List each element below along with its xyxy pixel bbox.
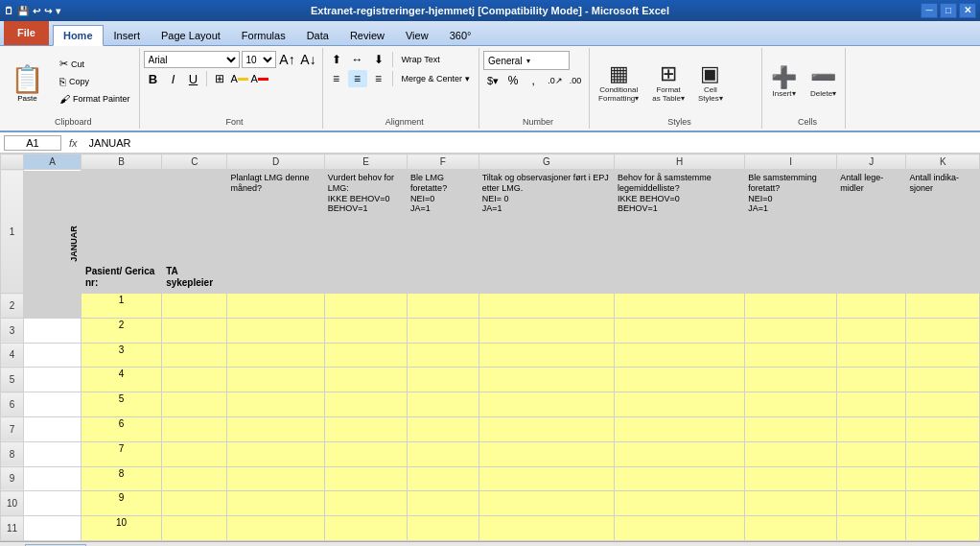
- cell-d8[interactable]: [227, 441, 324, 466]
- tab-review[interactable]: Review: [339, 24, 395, 45]
- cell-f7[interactable]: [408, 416, 479, 441]
- cut-button[interactable]: ✂ Cut: [55, 56, 135, 72]
- delete-cells-button[interactable]: ➖ Delete▾: [805, 54, 841, 111]
- cell-b9[interactable]: 8: [82, 466, 162, 491]
- col-header-i[interactable]: I: [745, 154, 837, 170]
- save-quick-icon[interactable]: 💾: [17, 6, 29, 16]
- cell-a6[interactable]: [24, 392, 82, 417]
- tab-insert[interactable]: Insert: [104, 24, 152, 45]
- cell-k4[interactable]: [906, 343, 980, 368]
- cell-i3[interactable]: [745, 318, 837, 343]
- col-header-h[interactable]: H: [615, 154, 745, 170]
- cell-c9[interactable]: [162, 466, 227, 491]
- cell-h6[interactable]: [615, 392, 745, 417]
- italic-button[interactable]: I: [164, 70, 183, 87]
- cell-g4[interactable]: [478, 343, 614, 368]
- col-header-e[interactable]: E: [324, 154, 407, 170]
- cell-g10[interactable]: [478, 491, 614, 516]
- cell-g6[interactable]: [478, 392, 614, 417]
- cell-c2[interactable]: [162, 294, 227, 319]
- cell-h11[interactable]: [615, 516, 745, 541]
- cell-h1[interactable]: Behov for å samstemme legemiddelliste?IK…: [615, 170, 745, 294]
- cell-c6[interactable]: [162, 392, 227, 417]
- increase-decimal-button[interactable]: .00: [566, 72, 585, 89]
- align-right-button[interactable]: ≡: [369, 70, 388, 87]
- cell-h9[interactable]: [615, 466, 745, 491]
- col-header-d[interactable]: D: [227, 154, 324, 170]
- decrease-decimal-button[interactable]: .0↗: [546, 72, 565, 89]
- copy-button[interactable]: ⎘ Copy: [55, 74, 135, 89]
- cell-b1[interactable]: Pasient/ Gerica nr:: [82, 170, 162, 294]
- cell-j10[interactable]: [837, 491, 906, 516]
- cell-h10[interactable]: [615, 491, 745, 516]
- cell-g1[interactable]: Tiltak og observasjoner ført i EPJ etter…: [478, 170, 614, 294]
- cell-k10[interactable]: [906, 491, 980, 516]
- cell-f3[interactable]: [408, 318, 479, 343]
- cell-h7[interactable]: [615, 416, 745, 441]
- cell-h3[interactable]: [615, 318, 745, 343]
- cell-i5[interactable]: [745, 368, 837, 392]
- cell-d1[interactable]: Planlagt LMG denne måned?: [227, 170, 324, 294]
- cell-f10[interactable]: [408, 491, 479, 516]
- dropdown-quick-icon[interactable]: ▾: [56, 6, 60, 16]
- cell-e10[interactable]: [324, 491, 407, 516]
- cell-a8[interactable]: [24, 441, 82, 466]
- cell-f5[interactable]: [408, 368, 479, 392]
- percent-button[interactable]: %: [503, 72, 523, 89]
- window-controls[interactable]: ─ □ ✕: [921, 3, 976, 18]
- maximize-button[interactable]: □: [940, 3, 957, 18]
- cell-a3[interactable]: [24, 318, 82, 343]
- cell-f6[interactable]: [408, 392, 479, 417]
- cell-e9[interactable]: [324, 466, 407, 491]
- undo-quick-icon[interactable]: ↩: [33, 6, 40, 16]
- cell-c10[interactable]: [162, 491, 227, 516]
- close-button[interactable]: ✕: [959, 3, 976, 18]
- spreadsheet-container[interactable]: A B C D E F G H I J K 1 JANUAR Pasient/ …: [0, 154, 980, 541]
- cell-c7[interactable]: [162, 416, 227, 441]
- cell-d5[interactable]: [227, 368, 324, 392]
- cell-f1[interactable]: Ble LMG foretatte?NEI=0JA=1: [408, 170, 479, 294]
- currency-button[interactable]: $▾: [483, 72, 502, 89]
- cell-f4[interactable]: [408, 343, 479, 368]
- cell-c3[interactable]: [162, 318, 227, 343]
- cell-a4[interactable]: [24, 343, 82, 368]
- cell-i1[interactable]: Ble samstemming foretatt?NEI=0JA=1: [745, 170, 837, 294]
- paste-button[interactable]: 📋 Paste: [4, 61, 51, 107]
- format-as-table-button[interactable]: ⊞ Formatas Table▾: [647, 54, 689, 111]
- cell-d6[interactable]: [227, 392, 324, 417]
- font-family-select[interactable]: Arial: [144, 51, 240, 68]
- cell-d9[interactable]: [227, 466, 324, 491]
- cell-e5[interactable]: [324, 368, 407, 392]
- cell-d10[interactable]: [227, 491, 324, 516]
- align-bottom-button[interactable]: ⬇: [369, 51, 388, 68]
- cell-e2[interactable]: [324, 294, 407, 319]
- cell-reference-input[interactable]: [4, 135, 61, 151]
- cell-g2[interactable]: [478, 294, 614, 319]
- cell-k3[interactable]: [906, 318, 980, 343]
- tab-formulas[interactable]: Formulas: [231, 24, 296, 45]
- cell-j2[interactable]: [837, 294, 906, 319]
- cell-f11[interactable]: [408, 516, 479, 541]
- cell-d7[interactable]: [227, 416, 324, 441]
- cell-c11[interactable]: [162, 516, 227, 541]
- cell-e1[interactable]: Vurdert behov for LMG:IKKE BEHOV=0BEHOV=…: [324, 170, 407, 294]
- font-size-select[interactable]: 10: [242, 51, 276, 68]
- tab-page-layout[interactable]: Page Layout: [151, 24, 231, 45]
- tab-file[interactable]: File: [4, 20, 49, 45]
- formula-input[interactable]: [85, 136, 976, 150]
- cell-d3[interactable]: [227, 318, 324, 343]
- cell-e6[interactable]: [324, 392, 407, 417]
- redo-quick-icon[interactable]: ↪: [44, 6, 52, 16]
- cell-j1[interactable]: Antall lege- midler: [837, 170, 906, 294]
- cell-h8[interactable]: [615, 441, 745, 466]
- cell-j3[interactable]: [837, 318, 906, 343]
- align-middle-button[interactable]: ↔: [348, 51, 367, 68]
- cell-b2[interactable]: 1: [82, 294, 162, 319]
- cell-g8[interactable]: [478, 441, 614, 466]
- increase-font-button[interactable]: A↑: [278, 51, 297, 68]
- cell-j7[interactable]: [837, 416, 906, 441]
- cell-a1[interactable]: JANUAR: [24, 170, 82, 319]
- cell-k1[interactable]: Antall indika- sjoner: [906, 170, 980, 294]
- align-left-button[interactable]: ≡: [327, 70, 346, 87]
- cell-d2[interactable]: [227, 294, 324, 319]
